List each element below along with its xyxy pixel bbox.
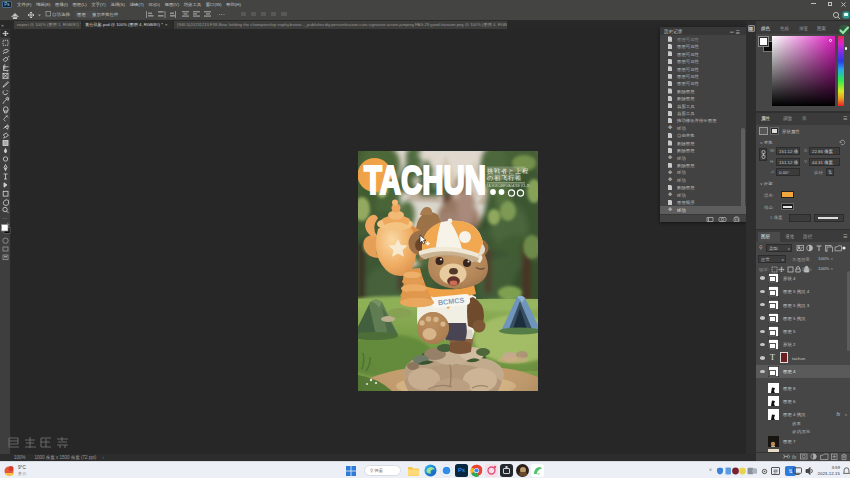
svg-text:fx: fx <box>792 454 797 460</box>
svg-text:⋯: ⋯ <box>3 215 8 221</box>
svg-text:⋯: ⋯ <box>218 11 225 18</box>
